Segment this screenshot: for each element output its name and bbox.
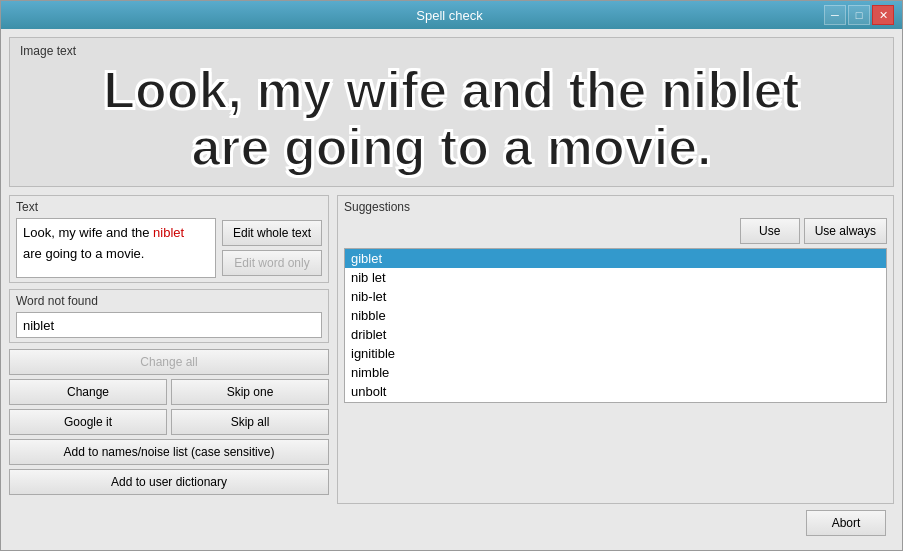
image-text-display: Look, my wife and the niblet are going t… [20,62,883,176]
text-label: Text [16,200,322,214]
lower-section: Text Look, my wife and the niblet are go… [9,195,894,504]
suggestions-label: Suggestions [344,200,887,214]
suggestions-list[interactable]: gibletnib letnib-letnibbledribletignitib… [344,248,887,403]
suggestions-section: Suggestions Use Use always gibletnib let… [337,195,894,504]
edit-buttons-container: Edit whole text Edit word only [222,218,322,276]
suggestion-item[interactable]: driblet [345,325,886,344]
image-text-line2: are going to a movie. [20,119,883,176]
text-line1: Look, my wife and the niblet [23,223,209,244]
word-not-found-section: Word not found [9,289,329,343]
suggestion-item[interactable]: nib let [345,268,886,287]
edit-whole-text-button[interactable]: Edit whole text [222,220,322,246]
image-text-label: Image text [20,44,883,58]
spell-check-window: Spell check ─ □ ✕ Image text Look, my wi… [0,0,903,551]
title-bar-controls: ─ □ ✕ [824,5,894,25]
title-bar: Spell check ─ □ ✕ [1,1,902,29]
suggestion-item[interactable]: nib-let [345,287,886,306]
window-title: Spell check [75,8,824,23]
use-always-button[interactable]: Use always [804,218,887,244]
use-button[interactable]: Use [740,218,800,244]
image-text-section: Image text Look, my wife and the niblet … [9,37,894,187]
skip-one-button[interactable]: Skip one [171,379,329,405]
add-to-names-button[interactable]: Add to names/noise list (case sensitive) [9,439,329,465]
suggestion-item[interactable]: giblet [345,249,886,268]
google-skip-row: Google it Skip all [9,409,329,435]
maximize-button[interactable]: □ [848,5,870,25]
text-line2: are going to a movie. [23,244,209,265]
text-error-word: niblet [153,225,184,240]
text-display: Look, my wife and the niblet are going t… [16,218,216,278]
word-not-found-input[interactable] [16,312,322,338]
suggestion-item[interactable]: nibble [345,306,886,325]
bottom-bar: Abort [9,504,894,542]
image-text-line1: Look, my wife and the niblet [20,62,883,119]
text-section: Text Look, my wife and the niblet are go… [9,195,329,283]
change-all-button[interactable]: Change all [9,349,329,375]
window-content: Image text Look, my wife and the niblet … [1,29,902,550]
google-it-button[interactable]: Google it [9,409,167,435]
left-panel: Text Look, my wife and the niblet are go… [9,195,329,504]
change-skip-row: Change Skip one [9,379,329,405]
minimize-button[interactable]: ─ [824,5,846,25]
suggestion-item[interactable]: nimble [345,363,886,382]
close-button[interactable]: ✕ [872,5,894,25]
right-panel: Suggestions Use Use always gibletnib let… [337,195,894,504]
suggestion-item[interactable]: ignitible [345,344,886,363]
change-button[interactable]: Change [9,379,167,405]
suggestions-controls: Use Use always [344,218,887,244]
edit-word-only-button[interactable]: Edit word only [222,250,322,276]
text-before-error: Look, my wife and the [23,225,153,240]
add-to-dictionary-button[interactable]: Add to user dictionary [9,469,329,495]
suggestion-item[interactable]: unbolt [345,382,886,401]
abort-button[interactable]: Abort [806,510,886,536]
word-not-found-label: Word not found [16,294,322,308]
suggestion-item[interactable]: Sunbelt [345,401,886,403]
action-buttons: Change all Change Skip one Google it Ski… [9,349,329,495]
skip-all-button[interactable]: Skip all [171,409,329,435]
text-and-edit-container: Look, my wife and the niblet are going t… [16,218,322,278]
